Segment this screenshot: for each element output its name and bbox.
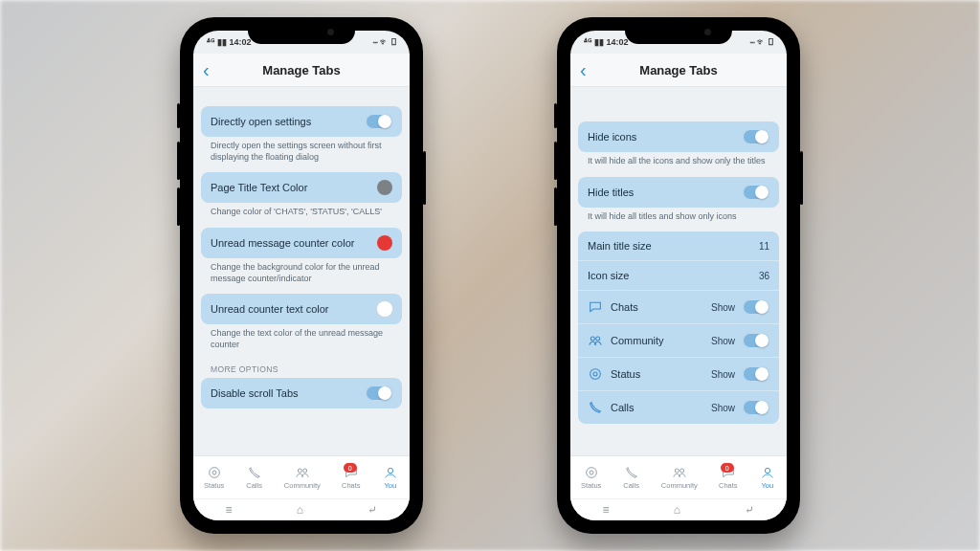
nav-you[interactable]: You [759,465,776,490]
tab-row-status[interactable]: Status Show [578,357,779,390]
setting-desc: Change the background color for the unre… [201,258,402,294]
back-button[interactable]: ‹ [580,60,587,79]
svg-point-7 [590,369,601,380]
unread-badge: 0 [721,463,734,473]
toggle[interactable] [743,366,769,382]
toggle[interactable] [743,129,769,144]
nav-you[interactable]: You [382,465,399,490]
setting-directly-open[interactable]: Directly open settings [201,106,402,137]
row-label: Main title size [588,240,652,252]
bottom-nav: Status Calls Community 0 Chats [570,455,787,498]
nav-status[interactable]: Status [581,465,601,490]
section-header: MORE OPTIONS [201,361,402,378]
svg-point-1 [212,471,216,474]
setting-desc: It will hide all the icons and show only… [578,152,779,177]
signal-icon: ⁴ᴳ ▮▮ [207,37,227,47]
color-swatch[interactable] [377,235,392,251]
setting-label: Unread message counter color [211,237,354,249]
recents-icon[interactable]: ≡ [603,503,610,517]
toggle[interactable] [743,400,769,415]
setting-label: Page Title Text Color [211,182,307,193]
nav-chats[interactable]: 0 Chats [719,465,738,490]
tab-row-calls[interactable]: Calls Show [578,390,779,424]
tab-label: Chats [611,301,638,313]
setting-label: Unread counter text color [211,303,329,315]
nav-calls[interactable]: Calls [623,465,640,490]
svg-point-2 [298,469,301,473]
unread-badge: 0 [344,463,357,473]
android-nav-bar: ≡ ⌂ ⤶ [570,498,787,520]
page-title: Manage Tabs [262,63,340,77]
page-title: Manage Tabs [639,63,717,77]
setting-hide-icons[interactable]: Hide icons [578,121,779,152]
svg-point-3 [302,469,306,473]
back-icon[interactable]: ⤶ [368,503,377,517]
tab-state: Show [711,369,735,380]
row-label: Icon size [588,270,629,281]
svg-point-11 [675,469,679,473]
toggle[interactable] [743,185,769,200]
setting-title-color[interactable]: Page Title Text Color [201,172,402,203]
toggle[interactable] [743,333,769,348]
svg-point-8 [593,372,597,376]
setting-label: Hide icons [588,131,636,143]
home-icon[interactable]: ⌂ [297,503,303,517]
settings-list[interactable]: Hide icons It will hide all the icons an… [570,87,787,455]
tab-state: Show [711,336,735,346]
phone-right: ⁴ᴳ ▮▮14:02 ⋯ ᯤ ⎕ ‹ Manage Tabs Hide icon… [557,17,800,534]
svg-point-6 [596,337,600,341]
status-icon [588,366,603,382]
setting-counter-color[interactable]: Unread message counter color [201,228,402,258]
tab-label: Community [611,335,664,346]
tab-label: Status [611,368,640,380]
setting-label: Hide titles [588,187,634,198]
setting-desc: Change color of 'CHATS', 'STATUS', 'CALL… [201,203,402,228]
toggle[interactable] [366,114,392,129]
nav-community[interactable]: Community [661,465,698,490]
nav-status[interactable]: Status [204,465,224,490]
calls-icon [588,400,603,415]
setting-label: Directly open settings [211,116,311,127]
svg-point-0 [209,468,219,478]
tab-row-chats[interactable]: Chats Show [578,290,779,323]
settings-list[interactable]: Directly open settings Directly open the… [193,87,410,455]
tab-state: Show [711,302,735,313]
row-icon-size[interactable]: Icon size 36 [578,260,779,290]
home-icon[interactable]: ⌂ [674,503,680,517]
nav-community[interactable]: Community [284,465,321,490]
back-icon[interactable]: ⤶ [745,503,754,517]
bottom-nav: Status Calls Community 0 Chats [193,455,410,498]
toggle[interactable] [366,386,392,401]
row-value: 36 [759,271,769,281]
header: ‹ Manage Tabs [570,54,787,87]
svg-point-12 [679,469,683,473]
svg-point-5 [590,337,594,341]
tab-label: Calls [611,402,634,413]
header: ‹ Manage Tabs [193,54,410,87]
setting-disable-scroll[interactable]: Disable scroll Tabs [201,378,402,408]
tab-row-community[interactable]: Community Show [578,323,779,357]
setting-desc: It will hide all titles and show only ic… [578,208,779,232]
svg-point-9 [586,468,596,478]
setting-label: Disable scroll Tabs [211,387,299,399]
color-swatch[interactable] [377,301,392,317]
android-nav-bar: ≡ ⌂ ⤶ [193,498,410,520]
setting-counter-text-color[interactable]: Unread counter text color [201,294,402,324]
svg-point-4 [388,468,392,473]
color-swatch[interactable] [377,180,392,195]
nav-chats[interactable]: 0 Chats [342,465,361,490]
toggle[interactable] [743,299,769,315]
setting-desc: Change the text color of the unread mess… [201,324,402,360]
svg-point-13 [765,468,769,473]
svg-point-10 [590,471,593,474]
nav-calls[interactable]: Calls [246,465,263,490]
row-main-title-size[interactable]: Main title size 11 [578,231,779,260]
wifi-icon: ⋯ ᯤ ⎕ [750,37,773,47]
setting-desc: Directly open the settings screen withou… [201,137,402,172]
phone-left: ⁴ᴳ ▮▮14:02 ⋯ ᯤ ⎕ ‹ Manage Tabs Directly … [180,17,423,534]
recents-icon[interactable]: ≡ [226,503,233,517]
back-button[interactable]: ‹ [203,60,210,79]
signal-icon: ⁴ᴳ ▮▮ [584,37,604,47]
tab-state: Show [711,403,735,413]
setting-hide-titles[interactable]: Hide titles [578,177,779,208]
